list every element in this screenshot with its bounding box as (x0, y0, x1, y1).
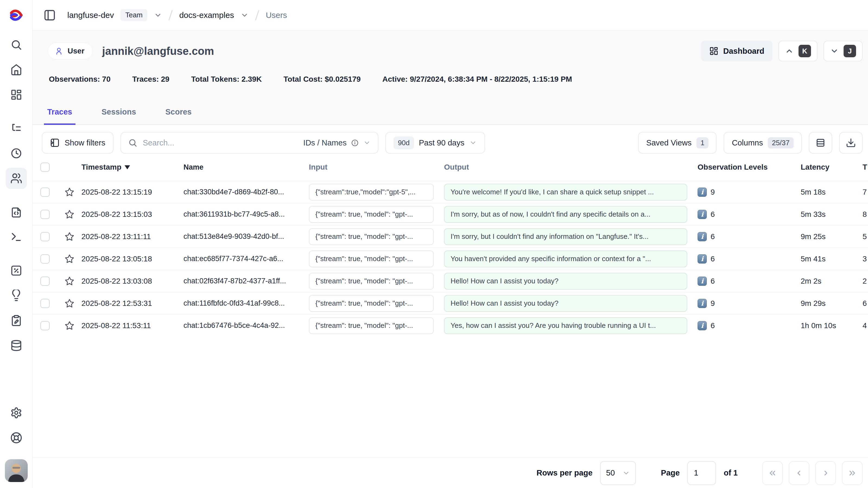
table-row[interactable]: 2025-08-22 11:53:11 chat:1cb67476-b5ce-4… (33, 314, 868, 337)
sidebar-item-dashboards[interactable] (6, 84, 27, 105)
cell-level-count: 6 (711, 277, 715, 285)
saved-views-label: Saved Views (646, 139, 691, 147)
chevron-down-icon[interactable] (154, 11, 162, 19)
column-header-cut[interactable]: T (855, 163, 868, 172)
sidebar-item-annotation[interactable] (6, 310, 27, 331)
cell-output-chip[interactable]: I'm sorry, but I couldn't find any infor… (444, 228, 687, 245)
cell-output-chip[interactable]: Hello! How can I assist you today? (444, 295, 687, 312)
cell-output-chip[interactable]: Hello! How can I assist you today? (444, 273, 687, 289)
columns-button[interactable]: Columns 25/37 (723, 132, 802, 154)
table-row[interactable]: 2025-08-22 13:15:03 chat:3611931b-bc77-4… (33, 203, 868, 225)
last-page-button[interactable] (842, 461, 863, 485)
cell-output-chip[interactable]: You haven't provided any specific inform… (444, 250, 687, 267)
info-icon (351, 139, 359, 147)
dashboard-button[interactable]: Dashboard (701, 41, 772, 61)
row-checkbox[interactable] (40, 254, 50, 264)
star-icon[interactable] (64, 276, 75, 286)
column-header-latency[interactable]: Latency (796, 163, 855, 172)
cell-input-chip[interactable]: {"stream": true, "model": "gpt-... (309, 295, 434, 312)
search-input[interactable] (143, 139, 298, 147)
star-icon[interactable] (64, 209, 75, 220)
rows-per-page-select[interactable]: 50 (600, 461, 636, 485)
cell-input-chip[interactable]: {"stream": true, "model": "gpt-... (309, 317, 434, 334)
tab-traces[interactable]: Traces (44, 108, 75, 125)
breadcrumb-org[interactable]: langfuse-dev (67, 10, 114, 20)
table-row[interactable]: 2025-08-22 13:03:08 chat:02f63f47-87b2-4… (33, 270, 868, 292)
tab-scores[interactable]: Scores (162, 108, 195, 125)
star-icon[interactable] (64, 232, 75, 242)
column-header-timestamp[interactable]: Timestamp (82, 163, 184, 172)
sidebar-item-tracing[interactable] (6, 118, 27, 139)
sidebar-toggle-button[interactable] (43, 9, 56, 22)
sidebar-item-support[interactable] (6, 427, 27, 448)
cell-input-chip[interactable]: {"stream": true, "model": "gpt-... (309, 206, 434, 223)
sidebar-item-search[interactable] (6, 34, 27, 55)
sidebar-item-datasets[interactable] (6, 335, 27, 356)
star-icon[interactable] (64, 298, 75, 309)
search-scope-selector[interactable]: IDs / Names (303, 139, 371, 147)
sidebar-item-settings[interactable] (6, 402, 27, 423)
cell-input-chip[interactable]: {"stream": true, "model": "gpt-... (309, 228, 434, 245)
table-row[interactable]: 2025-08-22 13:05:18 chat:ec685f77-7374-4… (33, 247, 868, 270)
stat-traces: Traces: 29 (132, 75, 169, 84)
row-checkbox[interactable] (40, 187, 50, 197)
show-filters-button[interactable]: Show filters (42, 132, 114, 154)
table-row[interactable]: 2025-08-22 12:53:31 chat:116fbfdc-0fd3-4… (33, 292, 868, 314)
show-filters-label: Show filters (65, 139, 105, 147)
info-level-icon (698, 232, 707, 241)
sidebar-item-sessions[interactable] (6, 143, 27, 164)
cell-output-chip[interactable]: I'm sorry, but as of now, I couldn't fin… (444, 206, 687, 223)
next-user-button[interactable]: J (824, 41, 863, 61)
table-row[interactable]: 2025-08-22 13:11:11 chat:513e84e9-9039-4… (33, 225, 868, 247)
saved-views-button[interactable]: Saved Views 1 (638, 132, 717, 154)
clipboard-pen-icon (10, 314, 22, 327)
prev-page-button[interactable] (789, 461, 809, 485)
cell-cut-value: 8 (855, 210, 868, 219)
cell-input-chip[interactable]: {"stream": true, "model": "gpt-... (309, 273, 434, 289)
cell-cut-value: 2 (855, 277, 868, 285)
star-icon[interactable] (64, 254, 75, 264)
column-header-input[interactable]: Input (309, 163, 444, 172)
row-checkbox[interactable] (40, 232, 50, 241)
columns-label: Columns (732, 139, 763, 147)
column-header-name[interactable]: Name (184, 163, 309, 172)
sidebar-item-users[interactable] (6, 168, 27, 189)
row-checkbox[interactable] (40, 210, 50, 219)
sidebar-item-insights[interactable] (6, 285, 27, 306)
cell-output-chip[interactable]: Yes, how can I assist you? Are you havin… (444, 317, 687, 334)
column-header-output[interactable]: Output (444, 163, 693, 172)
star-icon[interactable] (64, 187, 75, 197)
prev-user-button[interactable]: K (778, 41, 817, 61)
cell-input-chip[interactable]: {"stream":true,"model":"gpt-5",... (309, 184, 434, 201)
row-checkbox[interactable] (40, 277, 50, 286)
chevron-down-icon[interactable] (241, 11, 249, 19)
user-avatar[interactable] (5, 459, 28, 482)
sidebar-item-home[interactable] (6, 59, 27, 80)
select-all-checkbox[interactable] (40, 162, 50, 172)
date-range-picker[interactable]: 90d Past 90 days (385, 132, 485, 154)
sidebar-item-evaluation[interactable] (6, 260, 27, 281)
first-page-button[interactable] (762, 461, 783, 485)
tab-sessions[interactable]: Sessions (98, 108, 139, 125)
next-page-button[interactable] (815, 461, 836, 485)
column-header-levels[interactable]: Observation Levels (693, 163, 796, 172)
breadcrumb-project[interactable]: docs-examples (179, 10, 234, 20)
terminal-icon (10, 231, 22, 243)
table-row[interactable]: 2025-08-22 13:15:19 chat:330bd4e7-d869-4… (33, 181, 868, 203)
export-button[interactable] (839, 132, 863, 154)
sidebar-item-prompts[interactable] (6, 202, 27, 222)
page-number-input[interactable] (687, 461, 716, 485)
row-checkbox[interactable] (40, 321, 50, 330)
cell-cut-value: 6 (855, 299, 868, 308)
row-checkbox[interactable] (40, 299, 50, 308)
star-icon[interactable] (64, 321, 75, 331)
chevron-down-icon (622, 469, 630, 477)
row-height-button[interactable] (809, 132, 832, 154)
sidebar-item-playground[interactable] (6, 226, 27, 247)
rows-per-page-value: 50 (606, 468, 615, 478)
rows-per-page-label: Rows per page (536, 468, 592, 478)
cell-output-chip[interactable]: You're welcome! If you'd like, I can sha… (444, 184, 687, 201)
cell-input-chip[interactable]: {"stream": true, "model": "gpt-... (309, 250, 434, 267)
search-icon (10, 39, 22, 51)
cell-latency: 5m 41s (796, 254, 855, 263)
